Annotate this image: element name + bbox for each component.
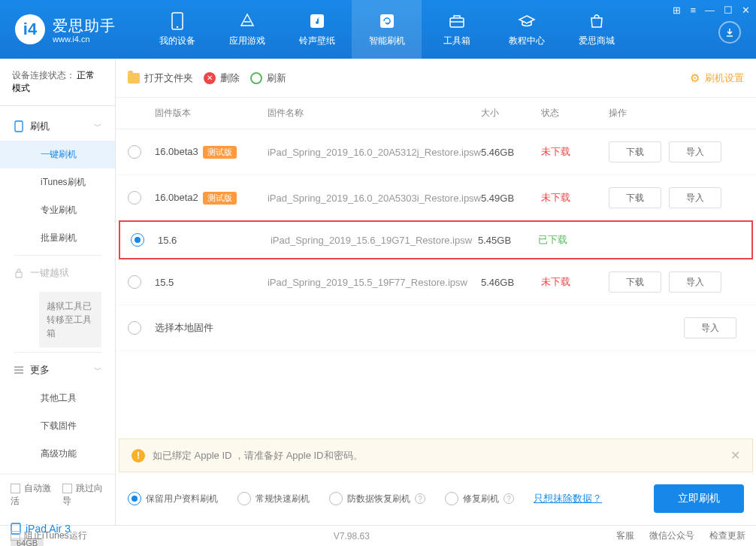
firmware-version: 15.5	[155, 277, 268, 288]
info-close-button[interactable]: ✕	[730, 448, 740, 463]
firmware-status: 未下载	[541, 191, 609, 205]
sidebar-item-itunes-flash[interactable]: iTunes刷机	[0, 168, 115, 196]
flash-now-button[interactable]: 立即刷机	[654, 484, 744, 513]
window-controls: ⊞ ≡ — ☐ ✕	[673, 5, 750, 16]
refresh-button[interactable]: 刷新	[250, 71, 286, 85]
collapse-icon: ﹀	[94, 121, 101, 132]
brand-name: 爱思助手	[53, 16, 116, 36]
col-name: 固件名称	[268, 107, 481, 120]
phone-icon	[168, 12, 186, 30]
erase-only-link[interactable]: 只想抹除数据？	[534, 492, 602, 505]
firmware-row[interactable]: 16.0beta3测试版 iPad_Spring_2019_16.0_20A53…	[116, 129, 756, 175]
nav-tab-apps[interactable]: 应用游戏	[212, 0, 282, 59]
refresh-circle-icon	[250, 72, 262, 84]
col-size: 大小	[481, 107, 541, 120]
download-button[interactable]: 下载	[609, 187, 661, 208]
beta-tag: 测试版	[203, 192, 237, 205]
firmware-size: 5.46GB	[481, 147, 541, 158]
table-header: 固件版本 固件名称 大小 状态 操作	[116, 98, 756, 129]
sidebar-section-flash[interactable]: 刷机 ﹀	[0, 112, 115, 141]
block-itunes-checkbox[interactable]: 阻止iTunes运行	[11, 529, 87, 542]
opt-keep-data[interactable]: 保留用户资料刷机	[128, 492, 218, 505]
win-maximize-icon[interactable]: ☐	[724, 5, 733, 16]
sidebar-item-download-firmware[interactable]: 下载固件	[0, 412, 115, 440]
win-grid-icon[interactable]: ⊞	[673, 5, 681, 16]
brand-site: www.i4.cn	[53, 35, 116, 44]
import-local-button[interactable]: 导入	[684, 317, 736, 338]
footer-link-wechat[interactable]: 微信公众号	[649, 529, 694, 542]
logo-area: i4 爱思助手 www.i4.cn	[0, 14, 131, 44]
folder-icon	[128, 73, 140, 83]
logo-icon: i4	[15, 14, 45, 44]
firmware-radio[interactable]	[131, 233, 144, 247]
import-button[interactable]: 导入	[669, 187, 721, 208]
opt-repair[interactable]: 修复刷机?	[445, 492, 514, 505]
sidebar-item-oneclick-flash[interactable]: 一键刷机	[0, 141, 115, 168]
gear-icon: ⚙	[688, 72, 700, 84]
svg-rect-6	[16, 272, 22, 278]
firmware-name: iPad_Spring_2019_15.5_19F77_Restore.ipsw	[268, 277, 481, 288]
nav-tab-tools[interactable]: 工具箱	[422, 0, 491, 59]
sidebar-section-jailbreak: 一键越狱	[0, 259, 115, 287]
local-firmware-row[interactable]: 选择本地固件 导入	[116, 305, 756, 351]
footer-link-support[interactable]: 客服	[616, 529, 634, 542]
firmware-radio[interactable]	[128, 191, 141, 205]
import-button[interactable]: 导入	[669, 141, 721, 162]
info-text: 如已绑定 Apple ID ，请准备好 Apple ID和密码。	[153, 449, 363, 463]
download-button[interactable]: 下载	[609, 271, 661, 293]
firmware-status: 已下载	[538, 233, 606, 247]
firmware-row[interactable]: 15.6 iPad_Spring_2019_15.6_19G71_Restore…	[119, 220, 753, 259]
firmware-status: 未下载	[541, 275, 609, 289]
open-folder-button[interactable]: 打开文件夹	[128, 71, 193, 85]
import-button[interactable]: 导入	[669, 271, 721, 293]
win-menu-icon[interactable]: ≡	[690, 5, 696, 16]
win-minimize-icon[interactable]: —	[705, 5, 715, 16]
svg-rect-3	[380, 14, 394, 28]
nav-tab-store[interactable]: 爱思商城	[561, 0, 631, 59]
main-content: 打开文件夹 ✕删除 刷新 ⚙刷机设置 固件版本 固件名称 大小 状态 操作 16…	[116, 59, 756, 525]
refresh-icon	[378, 12, 396, 30]
nav-tabs: 我的设备 应用游戏 铃声壁纸 智能刷机 工具箱 教程中心 爱思商城	[142, 0, 631, 59]
sidebar-section-more[interactable]: 更多 ﹀	[0, 356, 115, 384]
download-button[interactable]: 下载	[609, 141, 661, 162]
firmware-status: 未下载	[541, 145, 609, 159]
store-icon	[588, 12, 606, 30]
music-icon	[308, 12, 326, 30]
nav-tab-device[interactable]: 我的设备	[142, 0, 212, 59]
graduation-icon	[518, 12, 536, 30]
nav-tab-media[interactable]: 铃声壁纸	[282, 0, 352, 59]
collapse-icon: ﹀	[94, 365, 101, 375]
delete-button[interactable]: ✕删除	[204, 71, 240, 85]
help-icon[interactable]: ?	[415, 493, 425, 504]
radio-local[interactable]	[128, 321, 141, 335]
firmware-radio[interactable]	[128, 275, 141, 289]
firmware-row[interactable]: 16.0beta2测试版 iPad_Spring_2019_16.0_20A53…	[116, 175, 756, 221]
firmware-version: 16.0beta2测试版	[155, 192, 268, 205]
menu-icon	[14, 365, 24, 375]
firmware-row[interactable]: 15.5 iPad_Spring_2019_15.5_19F77_Restore…	[116, 259, 756, 305]
firmware-name: iPad_Spring_2019_15.6_19G71_Restore.ipsw	[271, 235, 478, 246]
win-close-icon[interactable]: ✕	[742, 5, 750, 16]
download-indicator-icon[interactable]	[718, 21, 741, 44]
sidebar-item-other-tools[interactable]: 其他工具	[0, 384, 115, 412]
col-status: 状态	[541, 107, 609, 120]
toolbox-icon	[448, 12, 466, 30]
sidebar-item-pro-flash[interactable]: 专业刷机	[0, 196, 115, 224]
nav-tab-tutorial[interactable]: 教程中心	[491, 0, 561, 59]
firmware-radio[interactable]	[128, 145, 141, 159]
help-icon[interactable]: ?	[503, 493, 514, 504]
skip-guide-checkbox[interactable]: 跳过向导	[62, 482, 104, 508]
nav-tab-flash[interactable]: 智能刷机	[352, 0, 422, 59]
opt-recovery[interactable]: 防数据恢复刷机?	[329, 492, 425, 505]
flash-settings-button[interactable]: ⚙刷机设置	[688, 71, 744, 85]
footer-link-update[interactable]: 检查更新	[709, 529, 745, 542]
lock-icon	[14, 268, 24, 278]
app-header: i4 爱思助手 www.i4.cn 我的设备 应用游戏 铃声壁纸 智能刷机 工具…	[0, 0, 756, 59]
firmware-size: 5.46GB	[481, 277, 541, 288]
sidebar-item-advanced[interactable]: 高级功能	[0, 440, 115, 468]
apple-id-info-bar: ! 如已绑定 Apple ID ，请准备好 Apple ID和密码。 ✕	[119, 438, 753, 472]
sidebar-item-batch-flash[interactable]: 批量刷机	[0, 224, 115, 252]
auto-activate-checkbox[interactable]: 自动激活	[11, 482, 52, 508]
phone-small-icon	[14, 121, 24, 132]
opt-normal[interactable]: 常规快速刷机	[237, 492, 310, 505]
